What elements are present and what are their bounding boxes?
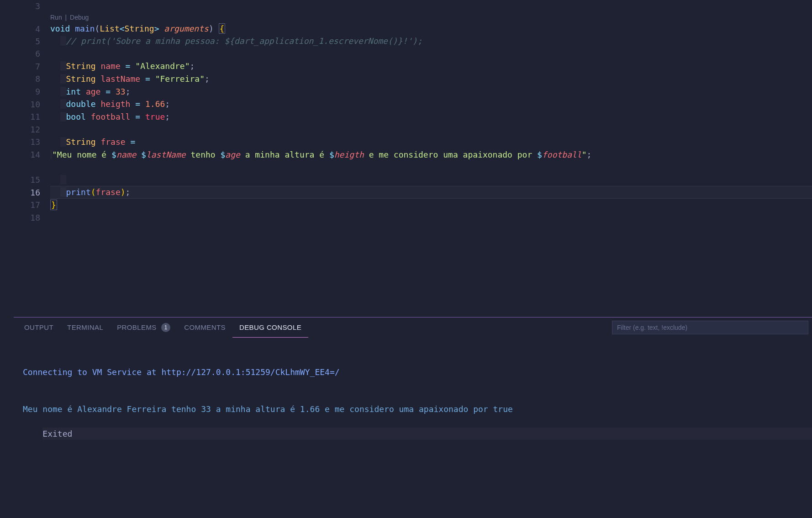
tab-debug-console[interactable]: DEBUG CONSOLE — [232, 317, 308, 338]
op-eq: = — [105, 87, 111, 96]
interp-var: lastName — [146, 150, 186, 159]
code-content[interactable]: Run | Debug void main(List<String> argum… — [50, 0, 812, 317]
op-eq: = — [135, 99, 140, 109]
function-main: main — [75, 24, 95, 33]
semicolon: ; — [205, 74, 210, 84]
editor-area: 3 4 5 6 7 8 9 10 11 12 13 14 15 16 17 18… — [0, 0, 812, 317]
semicolon: ; — [165, 112, 170, 122]
line-number: 11 — [0, 111, 50, 123]
type: String — [66, 61, 96, 71]
problems-badge: 1 — [161, 323, 170, 332]
code-line-active[interactable]: print(frase); — [50, 186, 812, 199]
number-literal: 33 — [116, 87, 126, 96]
filter-input[interactable] — [612, 321, 808, 334]
line-number: 5 — [0, 35, 50, 48]
line-number: 14 — [0, 148, 50, 174]
code-line[interactable]: "Meu nome é $name $lastName tenho $age a… — [50, 148, 812, 174]
string-part: " — [582, 150, 587, 159]
interp-dollar: $ — [141, 150, 146, 159]
code-line[interactable] — [50, 123, 812, 136]
string-part: a minha altura é — [240, 150, 329, 159]
paren-open: ( — [91, 187, 96, 197]
semicolon: ; — [165, 99, 170, 109]
code-line[interactable]: String name = "Alexandre"; — [50, 60, 812, 73]
line-number: 12 — [0, 123, 50, 136]
string-part: e me considero uma apaixonado por — [364, 150, 537, 159]
line-number: 9 — [0, 85, 50, 98]
semicolon: ; — [190, 61, 195, 71]
interp-dollar: $ — [111, 150, 116, 159]
line-number-active: 16 — [0, 186, 50, 199]
semicolon: ; — [587, 150, 592, 159]
line-number: 15 — [0, 174, 50, 186]
type: double — [66, 99, 96, 109]
line-number: 10 — [0, 98, 50, 111]
codelens-run[interactable]: Run — [50, 14, 62, 21]
semicolon: ; — [126, 87, 131, 96]
code-line[interactable]: String frase = — [50, 136, 812, 148]
comment: // print('Sobre a minha pessoa: ${dart_a… — [66, 36, 422, 46]
code-line[interactable]: int age = 33; — [50, 85, 812, 98]
param-arguments: arguments — [164, 24, 209, 33]
code-line[interactable]: void main(List<String> arguments) { — [50, 22, 812, 35]
brace-open: { — [219, 23, 226, 34]
tab-problems[interactable]: PROBLEMS 1 — [110, 317, 177, 338]
code-line[interactable] — [50, 211, 812, 224]
interp-var: football — [542, 150, 582, 159]
var-name: name — [100, 61, 120, 71]
tab-problems-label: PROBLEMS — [117, 323, 157, 331]
var-name: heigth — [100, 99, 130, 109]
type: bool — [66, 112, 86, 122]
type-string: String — [125, 24, 154, 33]
interp-var: name — [116, 150, 136, 159]
string-part — [136, 150, 141, 159]
brace-close: } — [50, 200, 57, 210]
console-line: Exited — [42, 428, 812, 440]
bottom-panel: OUTPUT TERMINAL PROBLEMS 1 COMMENTS DEBU… — [14, 317, 812, 518]
code-line[interactable]: bool football = true; — [50, 111, 812, 123]
tab-terminal[interactable]: TERMINAL — [60, 317, 110, 338]
tab-output[interactable]: OUTPUT — [17, 317, 60, 338]
op-eq: = — [126, 61, 131, 71]
interp-dollar: $ — [329, 150, 334, 159]
code-line[interactable]: // print('Sobre a minha pessoa: ${dart_a… — [50, 35, 812, 48]
console-line: Connecting to VM Service at http://127.0… — [23, 366, 803, 378]
op-eq: = — [145, 74, 150, 84]
type: int — [66, 87, 81, 96]
line-number: 3 — [0, 0, 50, 13]
interp-dollar: $ — [537, 150, 542, 159]
code-line[interactable] — [50, 174, 812, 186]
var-name: frase — [100, 137, 125, 147]
keyword-void: void — [50, 24, 70, 33]
code-line[interactable]: } — [50, 199, 812, 211]
line-number: 4 — [0, 13, 50, 35]
angle-close: > — [154, 24, 159, 33]
line-number: 17 — [0, 199, 50, 211]
string-part: tenho — [186, 150, 221, 159]
line-number: 13 — [0, 136, 50, 148]
op-eq: = — [135, 112, 140, 122]
arg-frase: frase — [96, 187, 121, 197]
line-number: 7 — [0, 60, 50, 73]
line-number: 8 — [0, 73, 50, 85]
code-line[interactable]: String lastName = "Ferreira"; — [50, 73, 812, 85]
bool-literal: true — [145, 112, 165, 122]
space — [159, 24, 164, 33]
paren-close: ) — [121, 187, 126, 197]
codelens-separator: | — [65, 14, 67, 21]
var-name: football — [91, 112, 131, 122]
debug-console-output[interactable]: Connecting to VM Service at http://127.0… — [14, 338, 812, 456]
codelens-debug[interactable]: Debug — [70, 14, 89, 21]
semicolon: ; — [126, 187, 131, 197]
panel-tabbar: OUTPUT TERMINAL PROBLEMS 1 COMMENTS DEBU… — [14, 317, 812, 338]
paren-open: ( — [95, 24, 100, 33]
filter-container — [612, 321, 808, 334]
line-number: 18 — [0, 211, 50, 224]
code-line[interactable]: double heigth = 1.66; — [50, 98, 812, 111]
tab-comments[interactable]: COMMENTS — [177, 317, 232, 338]
op-eq: = — [130, 137, 135, 147]
code-line[interactable] — [50, 48, 812, 60]
interp-dollar: $ — [221, 150, 226, 159]
var-name: lastName — [100, 74, 140, 84]
code-line[interactable] — [50, 0, 812, 13]
